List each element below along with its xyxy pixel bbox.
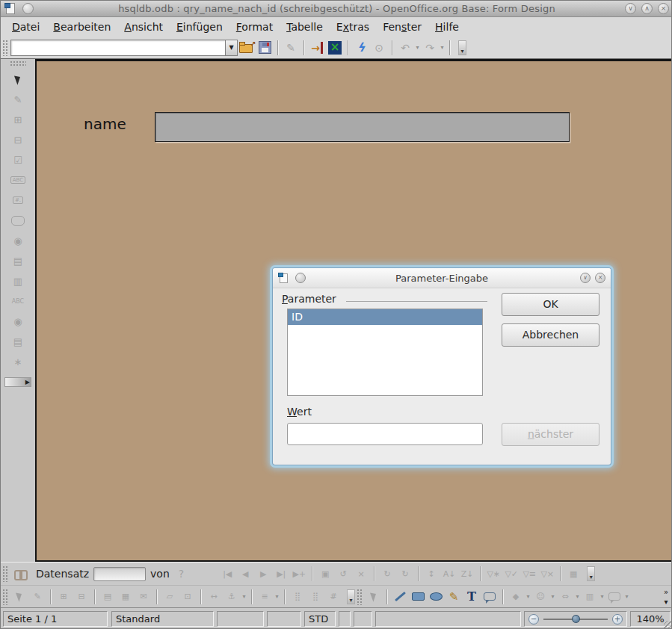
alignment-dropdown[interactable]: ▾ <box>274 593 280 600</box>
toolbar-handle[interactable] <box>2 589 7 605</box>
checkbox-control-button[interactable]: ☑ <box>9 151 27 169</box>
menu-hilfe[interactable]: Hilfe <box>428 19 466 35</box>
status-page-cell[interactable]: Seite 1 / 1 <box>3 611 108 627</box>
rectangle-tool-button[interactable] <box>409 589 427 605</box>
refresh-control-button[interactable]: ↻ <box>396 566 414 582</box>
basic-shapes-button[interactable]: ◆ <box>507 589 525 605</box>
sort-ascending-button[interactable]: A↓ <box>440 566 458 582</box>
save-button[interactable] <box>256 40 273 56</box>
flowchart-shapes-button[interactable]: ▥ <box>581 589 599 605</box>
toolbar-expand-button[interactable]: ▶ <box>4 377 31 387</box>
block-arrows-button[interactable]: ⇔ <box>556 589 574 605</box>
alignment-button[interactable]: ≡ <box>256 589 274 605</box>
shade-button[interactable]: ∨ <box>625 3 636 14</box>
next-record-button[interactable]: ▶ <box>254 566 272 582</box>
activation-order-button[interactable]: ✉ <box>135 589 152 605</box>
form-design-button[interactable]: ▤ <box>9 332 27 350</box>
textbox-control-button[interactable]: ABC <box>9 171 27 189</box>
listbox-control-button[interactable]: ▤ <box>9 252 27 270</box>
menu-bearbeiten[interactable]: Bearbeiten <box>46 19 117 35</box>
status-cell-8[interactable] <box>375 611 521 627</box>
zoom-slider-thumb[interactable] <box>572 615 580 623</box>
maximize-button[interactable]: ∧ <box>641 3 653 14</box>
option-control-button[interactable]: ◉ <box>9 232 27 250</box>
remove-filter-button[interactable]: ▽× <box>538 566 556 582</box>
toolbar-more-button[interactable]: »▾ <box>661 587 671 607</box>
sort-button[interactable]: ↕ <box>422 566 440 582</box>
snap-to-grid-button[interactable]: ⣿ <box>306 589 324 605</box>
line-tool-button[interactable] <box>391 589 409 605</box>
menu-ansicht[interactable]: Ansicht <box>117 19 170 35</box>
status-cell-7[interactable] <box>354 611 372 627</box>
toolbar-overflow-button[interactable]: ▾ <box>347 589 355 604</box>
status-style-cell[interactable]: Standard <box>111 611 214 627</box>
dialog-shade-button[interactable]: ∨ <box>580 273 591 283</box>
menu-format[interactable]: Format <box>229 19 280 35</box>
name-field-label[interactable]: name <box>84 115 126 133</box>
form-filter-button[interactable]: ▽≡ <box>520 566 538 582</box>
control-properties-button[interactable]: ⊞ <box>55 589 73 605</box>
name-text-field[interactable] <box>155 112 570 142</box>
symbol-shapes-button[interactable]: ☺ <box>531 589 549 605</box>
menu-datei[interactable]: Datei <box>5 19 46 35</box>
select-button[interactable] <box>10 589 28 605</box>
close-button[interactable]: × <box>658 3 669 14</box>
load-url-dropdown[interactable]: ▼ <box>225 40 238 56</box>
zoom-slider-track[interactable] <box>543 619 608 620</box>
dialog-close-button[interactable]: × <box>595 273 605 283</box>
flowchart-dropdown[interactable]: ▾ <box>599 593 605 600</box>
record-number-input[interactable] <box>93 567 146 581</box>
refresh-button[interactable]: ↻ <box>378 566 396 582</box>
undo-record-button[interactable]: ↺ <box>334 566 352 582</box>
basic-shapes-dropdown[interactable]: ▾ <box>525 593 531 600</box>
autocontrol-focus-button[interactable]: ⊡ <box>179 589 197 605</box>
toolbar-overflow-button[interactable]: ▾ <box>458 40 466 55</box>
preview-button[interactable]: ⊙ <box>371 40 387 56</box>
zoom-in-button[interactable]: + <box>612 614 623 625</box>
last-record-button[interactable]: ▶| <box>272 566 290 582</box>
form-navigator-button[interactable]: ▤ <box>99 589 117 605</box>
dialog-titlebar[interactable]: Parameter-Eingabe ∨ × <box>273 268 611 288</box>
redo-dropdown[interactable]: ▾ <box>439 44 446 51</box>
open-button[interactable]: ↗ <box>238 40 255 56</box>
draw-select-button[interactable] <box>365 589 383 605</box>
menu-tabelle[interactable]: Tabelle <box>280 19 330 35</box>
select-tool-button[interactable] <box>9 70 27 88</box>
status-mode-cell[interactable]: STD <box>304 611 336 627</box>
new-record-button[interactable]: ▶+ <box>290 566 308 582</box>
toolbar-overflow-button[interactable]: ▾ <box>587 566 595 581</box>
ok-button[interactable]: OK <box>502 293 599 316</box>
display-grid-button[interactable]: ⣿ <box>289 589 306 605</box>
ellipse-tool-button[interactable] <box>427 589 445 605</box>
data-source-as-table-button[interactable]: ▦ <box>564 566 582 582</box>
first-record-button[interactable]: |◀ <box>218 566 236 582</box>
save-record-button[interactable]: ▣ <box>316 566 334 582</box>
wert-input[interactable] <box>287 423 483 445</box>
zoom-out-button[interactable]: − <box>528 614 539 625</box>
wizard-button[interactable]: ∗ <box>9 353 27 371</box>
spreadsheet-button[interactable]: × <box>327 40 343 56</box>
symbol-shapes-dropdown[interactable]: ▾ <box>549 593 556 600</box>
status-cell-3[interactable] <box>217 611 264 627</box>
load-url-input[interactable] <box>10 40 225 56</box>
undo-dropdown[interactable]: ▾ <box>414 44 421 51</box>
naechster-button[interactable]: nächster <box>502 423 599 446</box>
delete-record-button[interactable]: × <box>352 566 370 582</box>
anchor-button[interactable]: ⚓ <box>223 589 241 605</box>
open-in-design-mode-button[interactable]: ▱ <box>161 589 179 605</box>
position-size-button[interactable]: ↔ <box>205 589 223 605</box>
form-properties-button[interactable]: ⊟ <box>9 131 27 149</box>
freeform-tool-button[interactable]: ✎ <box>445 589 463 605</box>
status-cell-4[interactable] <box>267 611 301 627</box>
toolbar-handle[interactable] <box>357 589 362 605</box>
auto-filter-button[interactable]: ▽∗ <box>484 566 502 582</box>
guides-when-moving-button[interactable]: # <box>324 589 342 605</box>
menu-fenster[interactable]: Fenster <box>376 19 428 35</box>
design-mode-button[interactable]: ✎ <box>28 589 46 605</box>
control-properties-button[interactable]: ⊞ <box>9 111 27 128</box>
more-controls-button[interactable]: ◉ <box>9 312 27 330</box>
abbrechen-button[interactable]: Abbrechen <box>502 323 599 347</box>
combobox-control-button[interactable]: ▥ <box>9 272 27 290</box>
form-properties-button[interactable]: ⊟ <box>73 589 90 605</box>
callout-tool-button[interactable] <box>481 589 499 605</box>
